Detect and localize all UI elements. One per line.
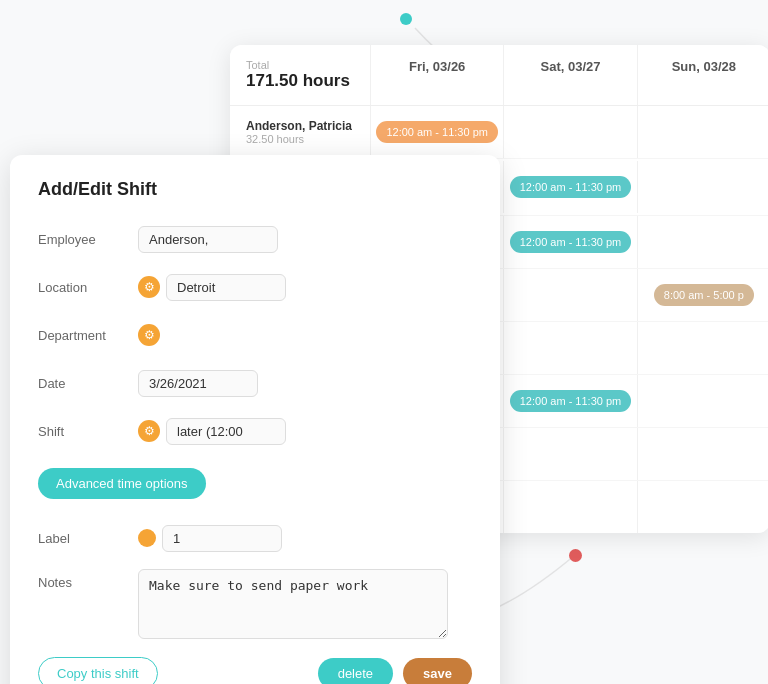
- employee-name: Anderson, Patricia: [246, 119, 354, 133]
- total-label: Total: [246, 59, 354, 71]
- notes-textarea[interactable]: [138, 569, 448, 639]
- location-label: Location: [38, 280, 138, 295]
- shift-badge[interactable]: 12:00 am - 11:30 pm: [376, 121, 498, 143]
- table-row: Anderson, Patricia32.50 hours12:00 am - …: [230, 106, 768, 159]
- date-input[interactable]: [138, 370, 258, 397]
- day-cell: [637, 161, 768, 213]
- department-label: Department: [38, 328, 138, 343]
- panel-title: Add/Edit Shift: [38, 179, 472, 200]
- add-edit-panel: Add/Edit Shift Employee Location ⚙ Depar…: [10, 155, 500, 684]
- schedule-header: Total 171.50 hours Fri, 03/26 Sat, 03/27…: [230, 45, 768, 106]
- label-field-label: Label: [38, 531, 138, 546]
- total-value: 171.50 hours: [246, 71, 354, 91]
- day-cell: 12:00 am - 11:30 pm: [503, 375, 636, 427]
- notes-control: [138, 569, 472, 639]
- day-cell: 12:00 am - 11:30 pm: [503, 216, 636, 268]
- employee-input[interactable]: [138, 226, 278, 253]
- label-control: [138, 525, 472, 552]
- department-row: Department ⚙: [38, 318, 472, 352]
- delete-button[interactable]: delete: [318, 658, 393, 684]
- panel-footer: Copy this shift delete save: [38, 657, 472, 684]
- day-cell: 12:00 am - 11:30 pm: [503, 161, 636, 213]
- employee-label: Employee: [38, 232, 138, 247]
- day-cell: [503, 106, 636, 158]
- day-cell: [637, 216, 768, 268]
- day-cell: [503, 269, 636, 321]
- employee-control: [138, 226, 472, 253]
- col-header-fri: Fri, 03/26: [370, 45, 503, 105]
- footer-right-buttons: delete save: [318, 658, 472, 684]
- save-button[interactable]: save: [403, 658, 472, 684]
- shift-badge[interactable]: 12:00 am - 11:30 pm: [510, 231, 632, 253]
- label-input[interactable]: [162, 525, 282, 552]
- department-control: ⚙: [138, 324, 472, 346]
- day-cell: [637, 322, 768, 374]
- shift-badge[interactable]: 12:00 am - 11:30 pm: [510, 176, 632, 198]
- day-cell: [503, 322, 636, 374]
- day-cell: [637, 428, 768, 480]
- col-header-sun: Sun, 03/28: [637, 45, 768, 105]
- notes-label: Notes: [38, 569, 138, 590]
- shift-badge[interactable]: 8:00 am - 5:00 p: [654, 284, 754, 306]
- copy-shift-button[interactable]: Copy this shift: [38, 657, 158, 684]
- schedule-total-cell: Total 171.50 hours: [230, 45, 370, 105]
- employee-row: Employee: [38, 222, 472, 256]
- shift-label: Shift: [38, 424, 138, 439]
- employee-cell: Anderson, Patricia32.50 hours: [230, 111, 370, 153]
- day-cell: 8:00 am - 5:00 p: [637, 269, 768, 321]
- day-cell: [637, 481, 768, 533]
- shift-row: Shift ⚙: [38, 414, 472, 448]
- location-row: Location ⚙: [38, 270, 472, 304]
- date-label: Date: [38, 376, 138, 391]
- shift-control: ⚙: [138, 418, 472, 445]
- label-color-dot: [138, 529, 156, 547]
- date-row: Date: [38, 366, 472, 400]
- shift-gear-icon[interactable]: ⚙: [138, 420, 160, 442]
- date-control: [138, 370, 472, 397]
- label-row: Label: [38, 521, 472, 555]
- day-cell: 12:00 am - 11:30 pm: [370, 106, 503, 158]
- day-cell: [637, 106, 768, 158]
- location-input[interactable]: [166, 274, 286, 301]
- advanced-time-options-button[interactable]: Advanced time options: [38, 468, 206, 499]
- location-gear-icon[interactable]: ⚙: [138, 276, 160, 298]
- shift-badge[interactable]: 12:00 am - 11:30 pm: [510, 390, 632, 412]
- col-header-sat: Sat, 03/27: [503, 45, 636, 105]
- day-cell: [503, 481, 636, 533]
- department-gear-icon[interactable]: ⚙: [138, 324, 160, 346]
- dot-teal-top: [400, 13, 412, 25]
- shift-input[interactable]: [166, 418, 286, 445]
- day-cell: [503, 428, 636, 480]
- employee-hours: 32.50 hours: [246, 133, 354, 145]
- dot-red-bottom-right: [569, 549, 582, 562]
- notes-row: Notes: [38, 569, 472, 639]
- location-control: ⚙: [138, 274, 472, 301]
- day-cell: [637, 375, 768, 427]
